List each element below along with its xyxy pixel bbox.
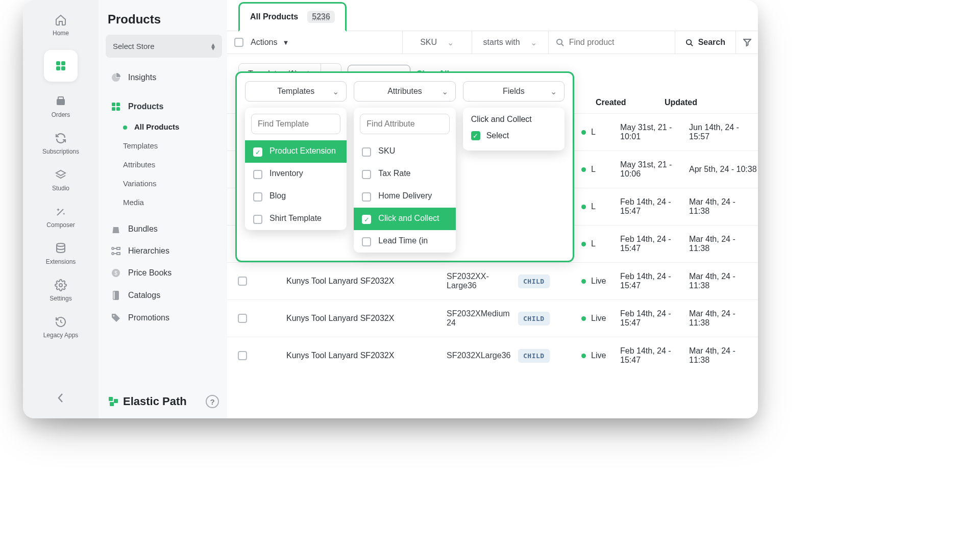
th-created[interactable]: Created	[594, 98, 663, 107]
cell-name: Kunys Tool Lanyard SF2032X	[258, 314, 447, 323]
select-all-checkbox[interactable]	[234, 38, 243, 47]
cell-created: Feb 14th, 24 - 15:47	[620, 272, 689, 290]
nav-attributes[interactable]: Attributes	[106, 156, 222, 173]
coin-icon: $	[111, 268, 121, 278]
rail-settings[interactable]: Settings	[23, 272, 99, 309]
svg-rect-0	[56, 61, 60, 65]
table-row[interactable]: Kunys Tool Lanyard SF2032X SF2032XLarge3…	[227, 337, 758, 374]
checkbox-icon	[362, 170, 371, 179]
tab-count: 5236	[307, 11, 335, 23]
nav-insights[interactable]: Insights	[106, 67, 222, 88]
dd-fields-select[interactable]: ✓Select	[463, 128, 565, 144]
rail-collapse[interactable]	[52, 389, 70, 407]
dd-item-label: Product Extension	[270, 146, 336, 156]
nav-label: Promotions	[128, 313, 169, 322]
cell-updated: Mar 4th, 24 - 11:38	[689, 346, 758, 365]
dd-attributes-button[interactable]: Attributes⌄	[354, 81, 455, 102]
dd-fields-panel: Click and Collect ✓Select	[463, 108, 565, 151]
nav-variations[interactable]: Variations	[106, 174, 222, 192]
tab-all-products[interactable]: All Products 5236	[238, 2, 347, 32]
dd-template-item[interactable]: Inventory	[245, 163, 347, 185]
nav-all-products[interactable]: All Products	[106, 118, 222, 136]
filter-button[interactable]	[736, 31, 758, 54]
field-select[interactable]: SKU⌄	[402, 31, 472, 54]
dd-attribute-item[interactable]: Tax Rate	[354, 163, 455, 185]
nav-hierarchies[interactable]: Hierarchies	[106, 241, 222, 261]
rail-subscriptions[interactable]: Subscriptions	[23, 126, 99, 162]
dd-attribute-item[interactable]: SKU	[354, 140, 455, 163]
row-checkbox[interactable]	[238, 277, 247, 286]
find-attribute-input[interactable]	[366, 119, 443, 129]
search-button[interactable]: Search	[675, 31, 736, 54]
gear-icon	[54, 279, 67, 292]
table-row[interactable]: Kunys Tool Lanyard SF2032X SF2032XX-Larg…	[227, 262, 758, 299]
row-checkbox[interactable]	[238, 314, 247, 323]
nav-media[interactable]: Media	[106, 193, 222, 211]
svg-rect-1	[61, 61, 65, 65]
rail-legacy[interactable]: Legacy Apps	[23, 309, 99, 346]
svg-point-22	[687, 39, 691, 44]
nav-pricebooks[interactable]: $Price Books	[106, 262, 222, 284]
svg-rect-3	[61, 66, 65, 70]
nav-promotions[interactable]: Promotions	[106, 307, 222, 329]
toolbar: Actions▼ SKU⌄ starts with⌄ Search	[227, 31, 758, 54]
app-window: Home Products Orders Subscriptions Studi…	[23, 0, 758, 418]
search-input[interactable]	[569, 31, 675, 54]
rail-composer[interactable]: Composer	[23, 199, 99, 236]
pie-icon	[111, 72, 121, 83]
chevron-down-icon: ⌄	[442, 87, 448, 96]
tag-icon	[111, 313, 121, 323]
svg-rect-9	[116, 103, 120, 106]
dd-template-item[interactable]: ✓Product Extension	[245, 140, 347, 163]
rail-studio[interactable]: Studio	[23, 162, 99, 199]
dd-attribute-item[interactable]: Lead Time (in	[354, 230, 455, 253]
search-button-label: Search	[698, 38, 725, 47]
nav-bundles[interactable]: Bundles	[106, 218, 222, 240]
dd-attributes-panel: SKUTax RateHome Delivery✓Click and Colle…	[354, 108, 455, 253]
checkbox-icon	[253, 170, 262, 179]
rail-label: Settings	[50, 295, 71, 302]
dd-template-item[interactable]: Blog	[245, 185, 347, 208]
rail-products[interactable]: Products	[23, 44, 99, 89]
chevron-down-icon: ⌄	[332, 87, 339, 96]
nav-products[interactable]: Products	[106, 96, 222, 117]
dd-item-label: SKU	[378, 146, 395, 156]
rail-extensions[interactable]: Extensions	[23, 236, 99, 272]
rail-label: Studio	[52, 185, 69, 192]
dd-templates-button[interactable]: Templates⌄	[245, 81, 347, 102]
brand-logo: Elastic Path	[109, 395, 187, 408]
table-row[interactable]: Kunys Tool Lanyard SF2032X SF2032XMedium…	[227, 299, 758, 337]
rail-label: Orders	[52, 111, 70, 118]
chevron-down-icon: ⌄	[530, 38, 537, 47]
dd-fields-select-label: Select	[486, 131, 509, 140]
svg-point-20	[113, 315, 115, 317]
nav-templates[interactable]: Templates	[106, 137, 222, 155]
tab-label: All Products	[250, 12, 298, 21]
row-checkbox[interactable]	[238, 351, 247, 360]
dd-template-item[interactable]: Shirt Template	[245, 208, 347, 230]
operator-label: starts with	[483, 38, 520, 47]
actions-menu[interactable]: Actions▼	[251, 38, 296, 47]
dd-btn-label: Fields	[503, 87, 525, 96]
nav-catalogs[interactable]: Catalogs	[106, 285, 222, 306]
store-select[interactable]: Select Store ▴▾	[106, 35, 222, 58]
dd-fields-button[interactable]: Fields⌄	[463, 81, 565, 102]
operator-select[interactable]: starts with⌄	[472, 31, 548, 54]
rail-orders[interactable]: Orders	[23, 89, 99, 126]
dd-attribute-item[interactable]: Home Delivery	[354, 185, 455, 208]
svg-rect-15	[117, 253, 120, 255]
svg-rect-10	[112, 107, 115, 111]
dd-attribute-item[interactable]: ✓Click and Collect	[354, 208, 455, 230]
svg-rect-5	[58, 97, 63, 99]
orders-icon	[54, 95, 67, 108]
help-icon[interactable]: ?	[206, 395, 219, 408]
find-template-input[interactable]	[258, 119, 334, 129]
rail-home[interactable]: Home	[23, 7, 99, 44]
cell-created: Feb 14th, 24 - 15:47	[620, 346, 689, 365]
rail-label: Legacy Apps	[43, 332, 79, 339]
cell-status: L	[579, 128, 620, 137]
th-updated[interactable]: Updated	[663, 98, 731, 107]
grid-icon	[54, 59, 67, 72]
filter-dropdown: Templates⌄ ✓Product ExtensionInventoryBl…	[235, 71, 574, 262]
cell-type: CHILD	[518, 312, 579, 325]
